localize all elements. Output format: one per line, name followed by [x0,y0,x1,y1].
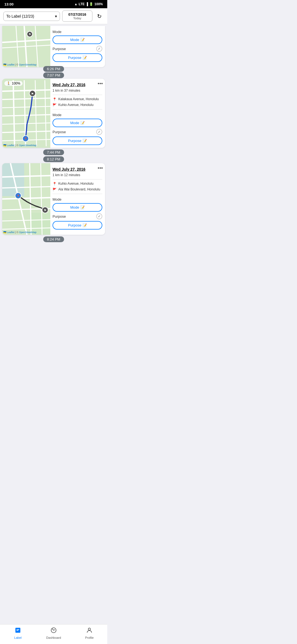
trip-1-info: ••• Wed July 27, 2016 1 km in 37 minutes… [50,79,105,148]
walk-badge-1: 🚶 100% [4,81,23,86]
more-options-button-2[interactable]: ••• [98,165,103,171]
trip-2-to-row: 🚩 Ala Wai Boulevard, Honolulu [53,187,102,192]
walk-icon: 🚶 [7,81,11,85]
map-attribution-2: 🇺🇦 Leaflet | © OpenStreetMap [3,231,37,234]
more-options-button-1[interactable]: ••• [98,81,103,87]
trip-1-from: Kalakaua Avenue, Honolulu [58,97,99,101]
trip-2-from-row: 📍 Kuhio Avenue, Honolulu [53,182,102,186]
battery-icon: 🔋 [89,2,93,6]
trip-1-to: Kuhio Avenue, Honolulu [58,103,94,107]
time-bubble-5: 8:24 PM [0,236,107,242]
partial-purpose-button[interactable]: Purpose 📝 [53,53,102,62]
trip-2-mode-label: Mode [53,197,102,201]
trips-scroll: ⚑ 🇺🇦 Leaflet | © OpenStreetMap Mode Mode… [0,24,107,265]
partial-info: Mode Mode 📝 Purpose ✓ Purpose 📝 [50,26,105,67]
partial-mode-label: Mode [53,30,102,34]
trip-2-purpose-button[interactable]: Purpose 📝 [53,221,102,230]
trip-1-to-row: 🚩 Kuhio Avenue, Honolulu [53,103,102,107]
trip-1-purpose-button[interactable]: Purpose 📝 [53,137,102,145]
label-dropdown-text: To Label (12/23) [6,14,34,18]
partial-check-icon[interactable]: ✓ [96,46,102,52]
svg-text:📍: 📍 [24,137,28,141]
partial-top-card: ⚑ 🇺🇦 Leaflet | © OpenStreetMap Mode Mode… [2,26,105,67]
svg-text:⚑: ⚑ [29,33,31,36]
trip-1-map-svg: ⚑ 📍 [2,79,50,148]
walk-percent-1: 100% [12,81,20,85]
svg-rect-25 [2,163,24,196]
wifi-icon: ▲ [74,2,78,6]
trip-2-info: ••• Wed July 27, 2016 1 km in 12 minutes… [50,163,105,235]
status-bar: 13:00 ▲ LTE ▐ 🔋 100% [0,0,107,8]
partial-map: ⚑ 🇺🇦 Leaflet | © OpenStreetMap [2,26,50,67]
trip-1-date: Wed July 27, 2016 [53,83,102,87]
trip-2-map-svg: 📍 ⚑ [2,163,50,235]
trip-2-purpose-label: Purpose [53,214,66,219]
svg-text:⚑: ⚑ [31,92,34,95]
trip-1-mode-button[interactable]: Mode 📝 [53,119,102,127]
date-text: 07/27/2016 [65,12,89,17]
svg-text:📍: 📍 [17,195,20,198]
map-attribution-1: 🇺🇦 Leaflet | © OpenStreetMap [3,144,37,147]
partial-mode-button[interactable]: Mode 📝 [53,36,102,44]
time-bubble-1: 6:26 PM [0,66,107,72]
today-label: Today [65,17,89,20]
divider-4 [53,194,102,194]
chevron-down-icon: ▾ [55,14,57,18]
origin-icon-2: 📍 [53,182,57,186]
trip-1-duration: 1 km in 37 minutes [53,89,102,92]
status-time: 13:00 [4,2,13,6]
origin-icon-1: 📍 [53,97,57,101]
trip-1-map: ⚑ 📍 🚶 100% 🇺🇦 Leaflet | © OpenStreetMap [2,79,50,148]
time-bubble-2: 7:07 PM [0,72,107,78]
trip-2-map: 📍 ⚑ 🇺🇦 Leaflet | © OpenStreetMap [2,163,50,235]
trip-2-from: Kuhio Avenue, Honolulu [58,182,94,185]
top-bar: To Label (12/23) ▾ 07/27/2016 Today ↻ [0,8,107,24]
trip-1-from-row: 📍 Kalakaua Avenue, Honolulu [53,97,102,101]
divider-3 [53,179,102,179]
trip-1-purpose-label: Purpose [53,130,66,134]
battery-pct: 100% [94,2,103,6]
trip-2-mode-button[interactable]: Mode 📝 [53,203,102,212]
label-dropdown[interactable]: To Label (12/23) ▾ [3,12,60,21]
partial-purpose-label: Purpose [53,47,66,51]
refresh-button[interactable]: ↻ [95,12,104,21]
trip-1-check-icon[interactable]: ✓ [96,129,102,135]
trip-card-2: 📍 ⚑ 🇺🇦 Leaflet | © OpenStreetMap ••• Wed… [2,163,105,235]
status-icons: ▲ LTE ▐ 🔋 100% [74,2,103,6]
refresh-icon: ↻ [97,13,102,20]
trip-2-duration: 1 km in 12 minutes [53,173,102,177]
trip-2-to: Ala Wai Boulevard, Honolulu [58,187,100,191]
signal-icon: ▐ [86,2,88,6]
date-picker-button[interactable]: 07/27/2016 Today [62,10,92,22]
trip-card-1: ⚑ 📍 🚶 100% 🇺🇦 Leaflet | © OpenStreetMap … [2,79,105,148]
destination-icon-1: 🚩 [53,103,57,107]
divider-2 [53,109,102,110]
time-bubble-4: 8:12 PM [0,156,107,162]
time-bubble-3: 7:44 PM [0,149,107,155]
destination-icon-2: 🚩 [53,188,57,192]
partial-map-svg: ⚑ [2,26,50,67]
map-attribution-partial: 🇺🇦 Leaflet | © OpenStreetMap [3,63,37,66]
trip-2-check-icon[interactable]: ✓ [96,213,102,219]
lte-icon: LTE [79,2,85,6]
divider-1 [53,95,102,95]
svg-text:⚑: ⚑ [44,209,46,212]
trip-2-date: Wed July 27, 2016 [53,167,102,171]
trip-1-mode-label: Mode [53,113,102,117]
